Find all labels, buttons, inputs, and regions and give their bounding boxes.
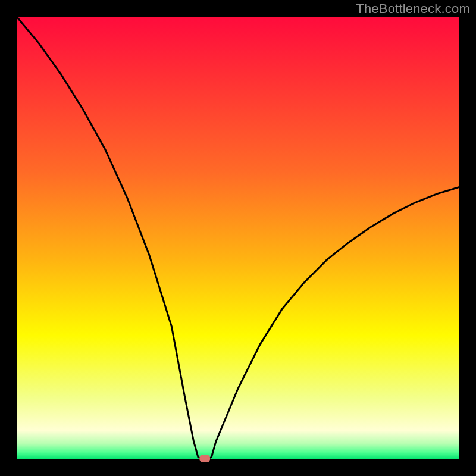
chart-frame: TheBottleneck.com (0, 0, 476, 476)
optimal-marker (199, 455, 210, 462)
bottleneck-chart (0, 0, 476, 476)
attribution-text: TheBottleneck.com (356, 1, 470, 17)
plot-background (17, 17, 459, 459)
